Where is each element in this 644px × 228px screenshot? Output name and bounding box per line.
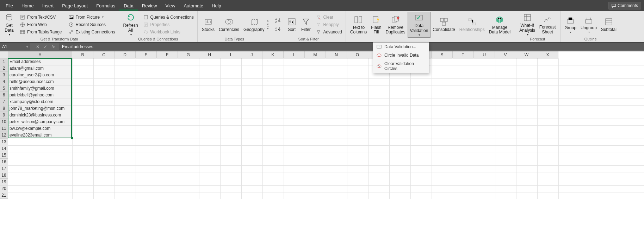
advanced-filter-button[interactable]: Advanced xyxy=(314,28,343,36)
col-header-I[interactable]: I xyxy=(220,51,241,58)
tab-insert[interactable]: Insert xyxy=(38,1,58,11)
cell-A6[interactable]: patrickbell@yahoo.com xyxy=(8,92,72,99)
col-header-F[interactable]: F xyxy=(157,51,178,58)
col-header-D[interactable]: D xyxy=(114,51,136,58)
name-box[interactable]: A1▾ xyxy=(0,43,30,50)
col-header-S[interactable]: S xyxy=(432,51,453,58)
col-header-M[interactable]: M xyxy=(305,51,326,58)
col-header-T[interactable]: T xyxy=(453,51,474,58)
tab-review[interactable]: Review xyxy=(138,1,161,11)
row-header-11[interactable]: 11 xyxy=(0,125,8,132)
col-header-C[interactable]: C xyxy=(93,51,114,58)
dropdown-data-validation[interactable]: Data Validation... xyxy=(373,43,429,51)
cell-A9[interactable]: dominick23@business.com xyxy=(8,112,72,119)
stocks-button[interactable]: Stocks xyxy=(200,16,217,33)
cell-A12[interactable]: eveline2323email.com xyxy=(8,132,72,139)
get-data-button[interactable]: Get Data▾ xyxy=(2,12,16,37)
existing-connections-button[interactable]: Existing Connections xyxy=(67,28,117,36)
row-header-2[interactable]: 2 xyxy=(0,65,8,72)
row-header-1[interactable]: 1 xyxy=(0,58,8,65)
from-table-range-button[interactable]: From Table/Range xyxy=(18,28,63,36)
tab-formulas[interactable]: Formulas xyxy=(92,1,119,11)
cell-A4[interactable]: hello@usebouncer.com xyxy=(8,78,72,85)
consolidate-button[interactable]: Consolidate xyxy=(431,16,457,33)
row-header-17[interactable]: 17 xyxy=(0,165,8,172)
recent-sources-button[interactable]: Recent Sources xyxy=(67,21,117,28)
tab-home[interactable]: Home xyxy=(17,1,38,11)
cell-A2[interactable]: adam@gmail.com xyxy=(8,65,72,72)
row-header-5[interactable]: 5 xyxy=(0,85,8,92)
col-header-U[interactable]: U xyxy=(474,51,495,58)
properties-button[interactable]: Properties xyxy=(142,21,195,28)
tab-automate[interactable]: Automate xyxy=(179,1,208,11)
select-all-corner[interactable] xyxy=(0,51,8,58)
data-types-scroll-up[interactable]: ▴ xyxy=(267,19,269,22)
tab-help[interactable]: Help xyxy=(208,1,225,11)
geography-button[interactable]: Geography xyxy=(241,16,266,33)
row-header-6[interactable]: 6 xyxy=(0,92,8,99)
col-header-L[interactable]: L xyxy=(284,51,305,58)
row-header-8[interactable]: 8 xyxy=(0,105,8,112)
ungroup-button[interactable]: Ungroup▾ xyxy=(578,14,599,34)
text-to-columns-button[interactable]: Text to Columns xyxy=(348,14,369,36)
col-header-O[interactable]: O xyxy=(347,51,368,58)
from-web-button[interactable]: From Web xyxy=(18,21,63,28)
subtotal-button[interactable]: Subtotal xyxy=(599,16,619,33)
refresh-all-button[interactable]: Refresh All▾ xyxy=(121,12,140,37)
dropdown-clear-circles[interactable]: Clear Validation Circles xyxy=(373,59,429,73)
tab-view[interactable]: View xyxy=(161,1,179,11)
cell-A8[interactable]: john78_marketing@msn.com xyxy=(8,105,72,112)
cell-A5[interactable]: smithfamily@gmail.com xyxy=(8,85,72,92)
cancel-formula-button[interactable]: ✕ xyxy=(34,44,42,49)
row-header-7[interactable]: 7 xyxy=(0,99,8,105)
flash-fill-button[interactable]: Flash Fill xyxy=(369,14,383,36)
row-header-4[interactable]: 4 xyxy=(0,78,8,85)
cell-A11[interactable]: bw.cw@example.com xyxy=(8,125,72,132)
queries-connections-button[interactable]: Queries & Connections xyxy=(142,14,195,21)
tab-page-layout[interactable]: Page Layout xyxy=(58,1,92,11)
data-types-scroll-down[interactable]: ▾ xyxy=(267,23,269,26)
reapply-button[interactable]: Reapply xyxy=(314,21,343,28)
relationships-button[interactable]: Relationships xyxy=(457,16,487,33)
col-header-N[interactable]: N xyxy=(326,51,347,58)
cell-A1[interactable]: Email addresses xyxy=(8,58,72,65)
selection-fill-handle[interactable] xyxy=(71,137,73,139)
forecast-sheet-button[interactable]: Forecast Sheet xyxy=(537,14,558,36)
row-header-14[interactable]: 14 xyxy=(0,145,8,152)
tab-data[interactable]: Data xyxy=(119,1,137,11)
row-header-13[interactable]: 13 xyxy=(0,139,8,145)
col-header-E[interactable]: E xyxy=(136,51,157,58)
col-header-W[interactable]: W xyxy=(516,51,537,58)
data-validation-button[interactable]: Data Validation▾ xyxy=(408,12,431,38)
row-header-15[interactable]: 15 xyxy=(0,152,8,159)
insert-function-button[interactable]: fx xyxy=(49,44,57,49)
cell-A7[interactable]: xcompany@icloud.com xyxy=(8,99,72,105)
comments-button[interactable]: Comments xyxy=(608,2,641,10)
col-header-V[interactable]: V xyxy=(495,51,516,58)
sort-desc-button[interactable]: ZA xyxy=(273,25,283,32)
from-text-csv-button[interactable]: From Text/CSV xyxy=(18,14,63,21)
row-header-9[interactable]: 9 xyxy=(0,112,8,119)
data-model-button[interactable]: Manage Data Model xyxy=(487,14,513,36)
formula-input[interactable]: Email addresses xyxy=(59,43,644,50)
row-header-12[interactable]: 12 xyxy=(0,132,8,139)
col-header-J[interactable]: J xyxy=(241,51,262,58)
sort-button[interactable]: AZSort xyxy=(285,16,299,33)
row-header-19[interactable]: 19 xyxy=(0,179,8,185)
clear-filter-button[interactable]: Clear xyxy=(314,14,343,21)
cell-A3[interactable]: caroline_user2@io.com xyxy=(8,72,72,78)
row-header-16[interactable]: 16 xyxy=(0,159,8,165)
col-header-H[interactable]: H xyxy=(199,51,220,58)
row-header-10[interactable]: 10 xyxy=(0,119,8,125)
filter-button[interactable]: Filter xyxy=(299,16,313,33)
sort-asc-button[interactable]: AZ xyxy=(273,17,283,24)
col-header-K[interactable]: K xyxy=(262,51,284,58)
workbook-links-button[interactable]: Workbook Links xyxy=(142,28,195,36)
col-header-G[interactable]: G xyxy=(178,51,199,58)
row-header-21[interactable]: 21 xyxy=(0,192,8,199)
currencies-button[interactable]: Currencies xyxy=(217,16,241,33)
from-picture-button[interactable]: From Picture▾ xyxy=(67,14,117,21)
group-button[interactable]: Group▾ xyxy=(563,14,578,34)
accept-formula-button[interactable]: ✓ xyxy=(42,44,49,49)
row-header-18[interactable]: 18 xyxy=(0,172,8,179)
